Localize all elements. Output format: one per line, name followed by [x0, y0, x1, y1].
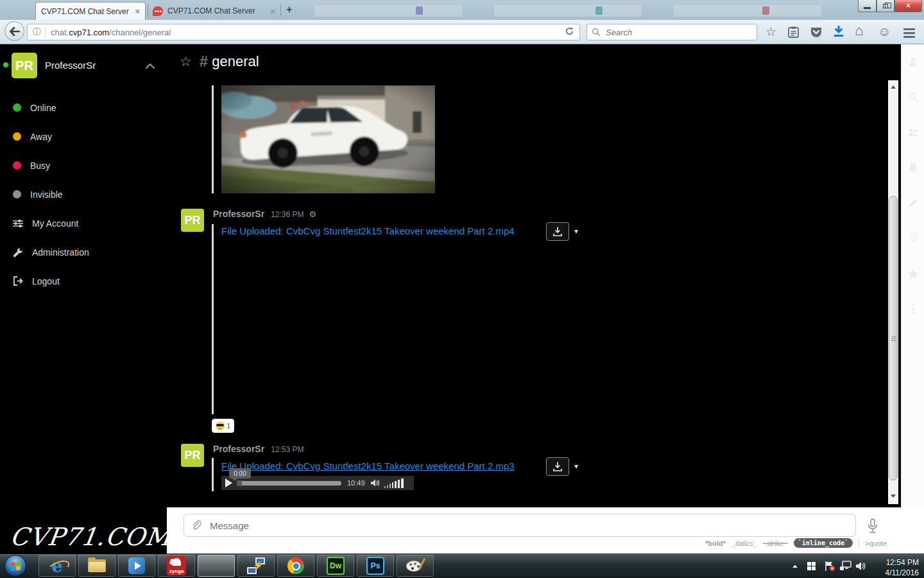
site-info-icon[interactable]: ⓘ — [33, 26, 41, 38]
search-input[interactable] — [604, 27, 752, 38]
downloads-icon[interactable] — [834, 26, 844, 40]
online-status-dot — [13, 103, 21, 112]
taskbar-zynga[interactable]: zynga — [158, 555, 195, 577]
sidebar-item-label: My Account — [32, 218, 78, 229]
attach-paperclip-icon[interactable] — [191, 519, 202, 532]
members-icon[interactable] — [902, 115, 924, 150]
tray-network-icon[interactable] — [839, 554, 851, 578]
sidebar-item-my-account[interactable]: My Account — [0, 209, 167, 238]
ghost-tab-icon — [595, 6, 603, 15]
scrollbar-down-arrow[interactable] — [888, 491, 898, 501]
taskbar-paint[interactable] — [397, 555, 434, 577]
file-upload-link-mp4[interactable]: File Uploaded: CvbCvg Stuntfest2k15 Take… — [221, 225, 515, 236]
audio-player[interactable]: 10:49 — [221, 476, 414, 490]
taskbar-dreamweaver[interactable]: Dw — [317, 555, 354, 577]
tray-windows-update-icon[interactable] — [807, 554, 816, 578]
download-button[interactable] — [546, 457, 569, 476]
avatar[interactable]: PR — [12, 53, 37, 78]
sidebar-item-invisible[interactable]: Invisible — [0, 180, 167, 209]
file-upload-link-mp3[interactable]: File Uploaded: CvbCvg Stuntfest2k15 Take… — [221, 460, 515, 471]
taskbar-firefox-active[interactable] — [198, 555, 235, 577]
chrome-icon — [287, 557, 304, 574]
new-tab-button[interactable]: + — [286, 4, 292, 15]
attachment-left-bar — [212, 85, 214, 193]
kebab-menu-icon[interactable] — [902, 292, 924, 327]
reload-button[interactable] — [565, 26, 574, 38]
attachment-left-bar — [212, 458, 214, 491]
taskbar-file-explorer[interactable] — [78, 555, 116, 577]
edit-pencil-icon[interactable] — [902, 186, 924, 221]
starred-messages-icon[interactable] — [902, 256, 924, 292]
download-button[interactable] — [546, 222, 569, 241]
taskbar-chrome[interactable] — [277, 555, 314, 577]
avatar[interactable]: PR — [181, 209, 204, 232]
url-host-prefix: chat. — [51, 28, 69, 37]
site-logo: CVP71.COM — [8, 523, 173, 551]
volume-slider[interactable] — [384, 478, 404, 488]
chevron-up-icon[interactable] — [145, 60, 155, 72]
sidebar-item-away[interactable]: Away — [0, 122, 167, 151]
scrollbar-up-arrow[interactable] — [888, 82, 898, 92]
emoji-reaction-chip[interactable]: 1 — [212, 419, 234, 433]
search-box[interactable] — [586, 24, 757, 40]
lightning-icon: ⚡ — [253, 561, 263, 570]
window-restore-button[interactable] — [877, 0, 894, 12]
bookmarks-sidebar-icon[interactable] — [788, 26, 799, 40]
sidebar-item-busy[interactable]: Busy — [0, 151, 167, 180]
message-actions-gear-icon[interactable]: ⚙ — [309, 209, 317, 219]
pocket-icon[interactable] — [810, 26, 822, 40]
message-composer[interactable] — [184, 514, 856, 537]
scrollbar-thumb[interactable] — [889, 196, 898, 480]
download-options-caret-icon[interactable]: ▾ — [574, 462, 578, 471]
taskbar-internet-explorer[interactable]: e — [38, 555, 76, 577]
download-options-caret-icon[interactable]: ▾ — [574, 227, 578, 236]
message-timestamp: 12:53 PM — [271, 445, 304, 454]
play-button-icon[interactable] — [225, 478, 232, 487]
taskbar-photoshop[interactable]: Ps — [357, 555, 394, 577]
avatar[interactable]: PR — [181, 444, 204, 467]
window-minimize-button[interactable] — [858, 0, 877, 12]
bookmark-star-icon[interactable]: ☆ — [766, 24, 776, 39]
tab-separator — [148, 4, 148, 17]
mute-button[interactable] — [370, 478, 380, 487]
url-bar[interactable]: ⓘ chat.cvp71.com/channel/general — [27, 24, 580, 40]
tray-clock[interactable]: 12:54 PM 4/11/2016 — [871, 557, 919, 578]
sidebar-item-administration[interactable]: Administration — [0, 238, 167, 267]
tab-chat-server-background[interactable]: CVP71.COM Chat Server × — [149, 3, 279, 19]
ghost-tab — [314, 5, 462, 17]
sidebar-item-online[interactable]: Online — [0, 93, 167, 122]
sunglasses-emoji-icon — [216, 421, 225, 430]
taskbar-media-player[interactable] — [118, 555, 155, 577]
emoji-extension-icon[interactable]: ☺ — [878, 24, 891, 39]
favorite-star-icon[interactable]: ☆ — [180, 54, 192, 69]
tab-close-icon[interactable]: × — [135, 6, 140, 16]
sidebar-username[interactable]: ProfessorSr — [45, 60, 96, 71]
tray-show-hidden-icons[interactable] — [792, 554, 798, 578]
sidebar-item-logout[interactable]: Logout — [0, 267, 167, 295]
tab-chat-server-active[interactable]: CVP71.COM Chat Server × — [35, 2, 146, 20]
back-button[interactable] — [4, 21, 24, 41]
menu-hamburger-icon[interactable] — [903, 28, 915, 40]
tab-close-icon[interactable]: × — [270, 6, 275, 16]
paint-icon — [406, 558, 424, 574]
dreamweaver-icon: Dw — [327, 557, 345, 575]
window-close-button[interactable]: × — [894, 0, 922, 12]
message-username[interactable]: ProfessorSr — [213, 444, 264, 454]
taskbar-remote-connection[interactable]: ⚡ — [237, 555, 275, 577]
notifications-bell-icon[interactable] — [902, 150, 924, 186]
start-button[interactable] — [4, 555, 26, 577]
audio-seek-thumb[interactable] — [237, 480, 242, 486]
search-messages-icon[interactable] — [902, 80, 924, 115]
tray-action-center-flag-icon[interactable] — [825, 554, 835, 578]
tray-volume-icon[interactable] — [855, 554, 866, 578]
zynga-icon: zynga — [167, 556, 186, 575]
screen: CVP71.COM Chat Server × CVP71.COM Chat S… — [0, 0, 924, 578]
message-input[interactable] — [209, 520, 849, 532]
home-icon[interactable]: ⌂ — [855, 22, 863, 39]
uploaded-video-thumbnail[interactable] — [221, 85, 435, 193]
microphone-icon[interactable] — [866, 518, 879, 537]
message-username[interactable]: ProfessorSr — [213, 209, 264, 219]
user-info-icon[interactable] — [902, 44, 924, 80]
audio-seek-bar[interactable] — [237, 481, 341, 486]
files-clip-icon[interactable] — [902, 221, 924, 256]
